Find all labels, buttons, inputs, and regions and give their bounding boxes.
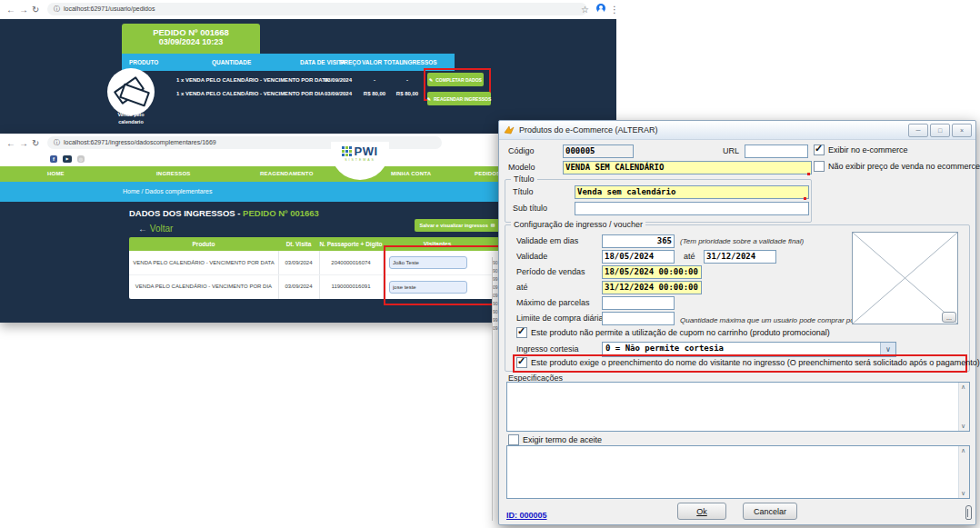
minimize-button[interactable]: ─ xyxy=(908,124,928,137)
ok-button[interactable]: Ok xyxy=(677,503,726,520)
product-ticket-icon xyxy=(107,68,155,115)
app-title: Produtos do e-Commerce (ALTERAR) xyxy=(519,125,657,134)
browser-menu-icon[interactable]: ⋮ xyxy=(610,3,619,16)
site-info-icon[interactable]: ⓘ xyxy=(54,136,60,149)
ingresso-passaporte: 1190000016091 xyxy=(319,284,383,289)
bookmark-star-icon[interactable]: ☆ xyxy=(581,3,589,16)
required-marker xyxy=(807,173,810,175)
nav-minha-conta[interactable]: MINHA CONTA xyxy=(391,166,431,182)
parcelas-label: Máximo de parcelas xyxy=(516,298,590,307)
back-icon[interactable]: ← xyxy=(6,3,15,16)
ingresso-produto: VENDA PELO CALENDÁRIO - VENCIMENTO POR D… xyxy=(129,284,278,289)
ingresso-cortesia-label: Ingresso cortesia xyxy=(516,344,579,354)
validade-dias-field[interactable]: 365 xyxy=(602,234,675,248)
nav-ingressos[interactable]: INGRESSOS xyxy=(156,166,190,182)
browser1-page: PEDIDO Nº 001668 03/09/2024 10:23 PRODUT… xyxy=(0,19,616,134)
col-data-visita: DATA DE VISITA xyxy=(300,59,345,65)
order-item-desc: 1 x VENDA PELO CALENDÁRIO - VENCIMENTO P… xyxy=(176,77,329,83)
app-titlebar[interactable]: Produtos do e-Commerce (ALTERAR) ─ □ × xyxy=(499,121,975,140)
order-item-total: R$ 80,00 xyxy=(391,91,424,96)
modelo-label: Modelo xyxy=(508,163,535,172)
termo-textarea[interactable]: ∧ ∨ xyxy=(506,445,970,499)
exige-nome-checkbox[interactable]: Este produto exige o preenchimento do no… xyxy=(516,357,980,368)
limite-compra-field[interactable] xyxy=(602,312,675,325)
sem-cupom-checkbox[interactable]: Este produto não permite a utilização de… xyxy=(516,327,830,338)
nao-exibir-preco-checkbox[interactable]: Não exibir preço de venda no ecommerce xyxy=(814,161,980,172)
desktop: ← → ↻ ⓘ localhost:62971/usuario/pedidos … xyxy=(0,0,980,528)
completar-dados-button[interactable]: ✎COMPLETAR DADOS xyxy=(427,73,484,86)
back-icon[interactable]: ← xyxy=(6,136,15,150)
codigo-field[interactable]: 000005 xyxy=(563,144,634,158)
breadcrumb: Home / Dados complementares xyxy=(123,188,212,194)
modelo-field[interactable]: VENDA SEM CALENDÁRIO xyxy=(563,161,812,174)
url-bar[interactable]: ⓘ localhost:62971/usuario/pedidos xyxy=(47,3,587,15)
periodo-ate-field[interactable]: 31/12/2024 00:00:00 xyxy=(602,281,702,294)
validade-ate-field[interactable]: 31/12/2024 xyxy=(704,250,776,264)
browse-image-button[interactable]: ... xyxy=(942,312,956,323)
cancelar-button[interactable]: Cancelar xyxy=(743,503,797,520)
forward-icon[interactable]: → xyxy=(19,3,28,16)
ate-label: até xyxy=(684,252,695,261)
validade-de-field[interactable]: 18/05/2024 xyxy=(602,250,675,264)
reload-icon[interactable]: ↻ xyxy=(32,3,39,16)
titulo-field[interactable]: Venda sem calendário xyxy=(575,185,809,199)
nav-reagendamento[interactable]: REAGENDAMENTO xyxy=(260,166,314,182)
order-item-desc: 1 x VENDA PELO CALENDÁRIO - VENCIMENTO P… xyxy=(176,91,324,96)
url-field[interactable] xyxy=(745,144,808,158)
order-datetime: 03/09/2024 10:23 xyxy=(122,37,260,46)
social-strip: f ▶ ◎ xyxy=(0,153,504,166)
product-image-placeholder: ... xyxy=(852,232,958,324)
facebook-icon[interactable]: f xyxy=(50,155,57,163)
browser-window-dados: ← → ↻ ⓘ localhost:62971/ingresso/dadosco… xyxy=(0,134,504,323)
pwi-logo-text: PWI xyxy=(354,144,377,158)
url-label: URL xyxy=(723,146,739,155)
app-window-produtos: Produtos do e-Commerce (ALTERAR) ─ □ × C… xyxy=(498,120,976,525)
close-button[interactable]: × xyxy=(952,124,972,137)
ingresso-data: 03/09/2024 xyxy=(278,284,319,289)
exigir-termo-checkbox[interactable]: Exigir termo de aceite xyxy=(508,434,602,445)
id-link[interactable]: ID: 000005 xyxy=(506,511,547,520)
ingresso-passaporte: 2040000016074 xyxy=(319,260,383,265)
forward-icon[interactable]: → xyxy=(19,136,28,150)
scrollbar[interactable]: ∧ ∨ xyxy=(958,446,969,498)
periodo-vendas-label: Período de vendas xyxy=(516,267,585,276)
validade-dias-label: Validade em dias xyxy=(516,236,578,245)
maximize-button[interactable]: □ xyxy=(930,124,950,137)
reagendar-ingressos-button[interactable]: ✎REAGENDAR INGRESSOS xyxy=(427,92,491,105)
browser2-page: DADOS DOS INGRESSOS - PEDIDO Nº 001663 ←… xyxy=(0,202,504,323)
back-link[interactable]: ← Voltar xyxy=(138,224,173,234)
product-caption: Venda pelo calendario xyxy=(98,111,164,125)
youtube-icon[interactable]: ▶ xyxy=(63,155,72,163)
limite-compra-label: Limiite de compra diária xyxy=(516,314,604,323)
col-dt-visita: Dt. Visita xyxy=(278,241,319,247)
nav-home[interactable]: HOME xyxy=(47,166,65,182)
scroll-up-icon[interactable]: ∧ xyxy=(961,384,965,391)
breadcrumb-bar: Home / Dados complementares xyxy=(0,182,504,202)
especificacoes-textarea[interactable]: ∧ ∨ xyxy=(506,382,970,432)
pencil-icon: ✎ xyxy=(427,96,431,102)
subtitulo-field[interactable] xyxy=(575,202,809,215)
profile-avatar[interactable] xyxy=(596,4,605,13)
pwi-logo-subtext: SISTEMAS xyxy=(331,158,389,162)
exibir-ecommerce-checkbox[interactable]: Exibir no e-commerce xyxy=(814,144,908,155)
scroll-down-icon[interactable]: ∨ xyxy=(961,423,965,430)
col-ingressos: INGRESSOS xyxy=(402,59,437,65)
salvar-visualizar-button[interactable]: Salvar e visualizar ingressos ✉ xyxy=(415,219,500,232)
site-info-icon[interactable]: ⓘ xyxy=(54,3,60,15)
nav-pedidos[interactable]: PEDIDOS xyxy=(475,166,500,182)
scroll-up-icon[interactable]: ∧ xyxy=(961,447,965,454)
scrollbar[interactable]: ∧ ∨ xyxy=(958,383,969,431)
order-item-date: 03/09/2024 xyxy=(325,77,352,83)
col-preco: PREÇO xyxy=(340,59,361,65)
col-produto: PRODUTO xyxy=(129,59,158,65)
required-marker xyxy=(804,197,806,200)
scroll-down-icon[interactable]: ∨ xyxy=(961,490,965,497)
ingresso-data: 03/09/2024 xyxy=(278,260,319,265)
url-text: localhost:62971/ingresso/dadoscomplement… xyxy=(64,136,216,149)
instagram-icon[interactable]: ◎ xyxy=(77,155,85,163)
col-quantidade: QUANTIDADE xyxy=(212,59,251,65)
parcelas-field[interactable] xyxy=(602,296,675,310)
periodo-de-field[interactable]: 18/05/2024 00:00:00 xyxy=(602,265,702,279)
ingresso-produto: VENDA PELO CALENDÁRIO - VENCIMENTO POR D… xyxy=(129,260,278,265)
reload-icon[interactable]: ↻ xyxy=(32,136,39,150)
